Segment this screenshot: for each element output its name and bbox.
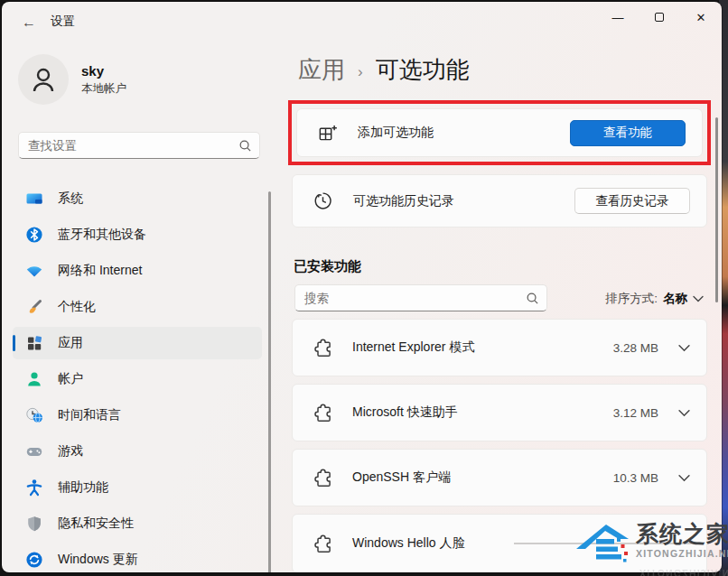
sidebar-nav: 系统 蓝牙和其他设备 网络和 Internet 个性化 <box>2 179 273 572</box>
maximize-icon <box>655 13 664 22</box>
maximize-button[interactable] <box>639 2 680 33</box>
settings-search-input[interactable] <box>28 139 238 153</box>
user-icon <box>28 64 59 95</box>
sync-arrows-icon <box>25 551 43 569</box>
titlebar: ← 设置 — ✕ <box>2 2 722 40</box>
history-label: 可选功能历史记录 <box>353 193 574 209</box>
sidebar: sky 本地帐户 系统 蓝牙和其他设备 <box>2 40 273 572</box>
puzzle-icon <box>313 467 334 488</box>
main-scrollbar[interactable] <box>715 117 718 302</box>
sidebar-item-label: 游戏 <box>58 443 83 460</box>
close-button[interactable]: ✕ <box>680 2 722 33</box>
add-feature-card: 添加可选功能 查看功能 <box>296 108 703 157</box>
sidebar-item-label: 蓝牙和其他设备 <box>58 227 146 243</box>
main-content: 应用 › 可选功能 添加可选功能 查看功能 可选功能历史记录 <box>273 40 722 572</box>
sidebar-item-accessibility[interactable]: 辅助功能 <box>13 471 262 504</box>
clock-globe-icon <box>25 406 43 424</box>
sidebar-item-personalization[interactable]: 个性化 <box>13 291 262 323</box>
sidebar-item-windows-update[interactable]: Windows 更新 <box>13 543 262 572</box>
add-feature-icon <box>317 123 338 144</box>
view-history-button[interactable]: 查看历史记录 <box>574 188 690 214</box>
bluetooth-icon <box>25 226 43 244</box>
sidebar-item-apps[interactable]: 应用 <box>13 327 262 359</box>
breadcrumb-parent[interactable]: 应用 <box>298 54 345 86</box>
page-title: 可选功能 <box>376 54 470 86</box>
sidebar-scrollbar[interactable] <box>268 191 271 572</box>
sort-label: 排序方式: <box>605 291 658 307</box>
gamepad-icon <box>25 442 43 460</box>
feature-row-quick-assist[interactable]: Microsoft 快速助手 3.12 MB <box>292 384 707 441</box>
sidebar-item-bluetooth[interactable]: 蓝牙和其他设备 <box>13 218 262 251</box>
feature-size: 3.12 MB <box>613 406 658 420</box>
shield-icon <box>25 515 43 533</box>
puzzle-icon <box>313 533 334 554</box>
sidebar-item-label: 个性化 <box>58 299 96 315</box>
feature-name: OpenSSH 客户端 <box>352 469 613 486</box>
window-title: 设置 <box>51 14 75 30</box>
feature-size: 10.3 MB <box>613 471 658 485</box>
sidebar-item-label: 帐户 <box>58 371 83 387</box>
feature-search-input[interactable] <box>304 292 526 305</box>
sidebar-item-label: 系统 <box>58 190 83 207</box>
view-features-button[interactable]: 查看功能 <box>570 120 686 146</box>
sidebar-item-label: 时间和语言 <box>58 407 121 423</box>
sidebar-item-label: Windows 更新 <box>58 552 138 568</box>
settings-window: ← 设置 — ✕ sky 本地帐户 <box>2 2 722 572</box>
sidebar-item-privacy[interactable]: 隐私和安全性 <box>13 507 262 540</box>
watermark: 系统之家 XITONGZHIJIA.NET XITONGZHIJIA.NET <box>576 522 728 576</box>
sidebar-item-network[interactable]: 网络和 Internet <box>13 255 262 287</box>
history-icon <box>313 190 333 211</box>
apps-icon <box>25 334 43 352</box>
sidebar-item-gaming[interactable]: 游戏 <box>13 435 262 468</box>
feature-size: 3.28 MB <box>613 341 658 355</box>
sidebar-item-label: 网络和 Internet <box>58 263 142 279</box>
feature-row-openssh[interactable]: OpenSSH 客户端 10.3 MB <box>292 449 707 506</box>
settings-search-box[interactable] <box>18 132 260 159</box>
system-icon <box>25 190 43 208</box>
sidebar-item-time-language[interactable]: 时间和语言 <box>13 399 262 432</box>
puzzle-icon <box>313 337 334 358</box>
search-icon <box>238 139 252 153</box>
sidebar-item-accounts[interactable]: 帐户 <box>13 363 262 395</box>
caption-controls: — ✕ <box>597 2 722 34</box>
watermark-reflection: XITONGZHIJIA.NET <box>576 569 728 576</box>
sort-dropdown[interactable]: 排序方式: 名称 <box>605 291 704 307</box>
watermark-domain: XITONGZHIJIA.NET <box>636 548 728 559</box>
wifi-icon <box>25 262 43 280</box>
person-icon <box>25 370 43 388</box>
watermark-title: 系统之家 <box>636 522 728 545</box>
chevron-down-icon[interactable] <box>678 344 690 352</box>
sidebar-item-label: 辅助功能 <box>58 479 108 496</box>
add-feature-label: 添加可选功能 <box>358 125 570 141</box>
feature-search-box[interactable] <box>294 284 547 311</box>
chevron-down-icon[interactable] <box>678 474 690 482</box>
xitongzhijia-logo <box>576 522 632 567</box>
minimize-button[interactable]: — <box>597 2 639 33</box>
avatar <box>18 54 69 105</box>
accessibility-person-icon <box>25 478 43 497</box>
sidebar-item-system[interactable]: 系统 <box>13 182 262 215</box>
user-name: sky <box>81 63 126 79</box>
desktop: { "window": { "title": "设置" }, "glyphs":… <box>0 0 728 576</box>
puzzle-icon <box>313 402 334 423</box>
back-button[interactable]: ← <box>16 13 42 33</box>
installed-features-title: 已安装功能 <box>294 258 361 275</box>
user-account-type: 本地帐户 <box>81 81 126 97</box>
feature-row-ie-mode[interactable]: Internet Explorer 模式 3.28 MB <box>292 319 707 376</box>
history-card: 可选功能历史记录 查看历史记录 <box>292 174 707 228</box>
breadcrumb-separator-icon: › <box>358 60 363 81</box>
breadcrumb: 应用 › 可选功能 <box>298 54 470 86</box>
search-icon <box>526 292 539 305</box>
feature-name: Microsoft 快速助手 <box>352 404 613 421</box>
red-highlight-box: 添加可选功能 查看功能 <box>288 100 711 165</box>
sidebar-item-label: 隐私和安全性 <box>58 516 134 532</box>
feature-name: Internet Explorer 模式 <box>352 339 613 356</box>
sidebar-item-label: 应用 <box>58 335 83 351</box>
chevron-down-icon <box>693 295 704 302</box>
user-card[interactable]: sky 本地帐户 <box>18 54 126 105</box>
paintbrush-icon <box>25 298 43 316</box>
chevron-down-icon[interactable] <box>678 409 690 417</box>
sort-value: 名称 <box>663 291 687 307</box>
